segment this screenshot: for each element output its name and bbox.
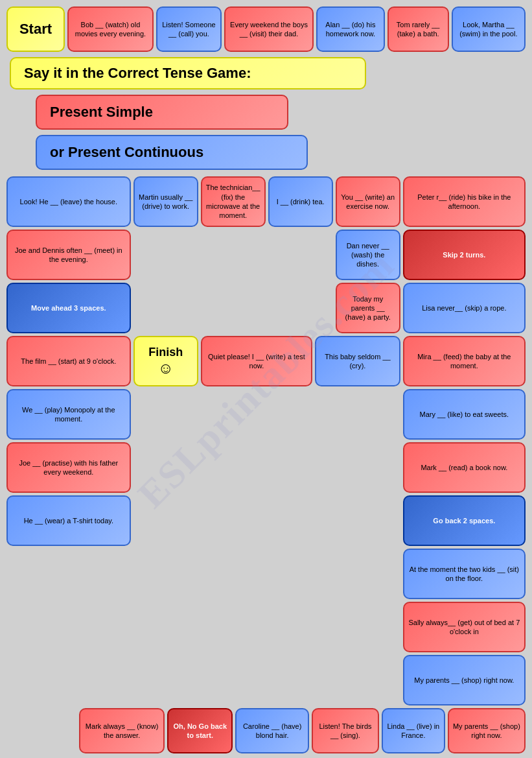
- empty-5: [201, 283, 266, 333]
- right-cell-4: Mary __ (like) to eat sweets.: [403, 389, 526, 440]
- bottom-cell-special: Oh, No Go back to start.: [167, 708, 233, 753]
- right-cell-special-1: Skip 2 turns.: [403, 230, 526, 280]
- empty-6: [268, 283, 333, 333]
- game-board: ESLprintables.com Start Bob __ (watch) o…: [6, 6, 526, 753]
- mid-row-1: Martin usually __ (drive) to work. The t…: [133, 176, 400, 227]
- right-column: Peter r__ (ride) his bike in the afterno…: [403, 176, 526, 705]
- left-cell-0: Look! He __ (leave) the house.: [6, 176, 131, 227]
- mid-cell-2-0: Dan never __ (wash) the dishes.: [336, 230, 400, 280]
- left-cell-6: He __ (wear) a T-shirt today.: [6, 495, 131, 546]
- start-cell: Start: [6, 6, 65, 52]
- mid-cell-1-0: Martin usually __ (drive) to work.: [133, 176, 198, 227]
- bottom-cell-3: Listen! The birds __ (sing).: [312, 708, 379, 753]
- game-title: Say it in the Correct Tense Game:: [10, 57, 366, 89]
- top-cell-4: Tom rarely __ (take) a bath.: [387, 6, 449, 52]
- right-cell-0: Peter r__ (ride) his bike in the afterno…: [403, 176, 526, 227]
- main-board: Look! He __ (leave) the house. Joe and D…: [6, 176, 526, 705]
- bottom-cell-4: Linda __ (live) in France.: [382, 708, 445, 753]
- right-cell-8: Sally always__ (get) out of bed at 7 o'c…: [403, 602, 526, 652]
- bottom-cell-5: My parents __ (shop) right now.: [448, 708, 526, 753]
- top-cell-1: Listen! Someone __ (call) you.: [156, 6, 222, 52]
- empty-1: [133, 230, 198, 280]
- mid-row-3: Today my parents __ (have) a party.: [133, 283, 400, 333]
- mid-cell-1-2: I __ (drink) tea.: [268, 176, 333, 227]
- mid-row-2: Dan never __ (wash) the dishes.: [133, 230, 400, 280]
- right-cell-3: Mira __ (feed) the baby at the moment.: [403, 336, 526, 386]
- empty-4: [133, 283, 198, 333]
- bottom-cell-0: Mark always __ (know) the answer.: [79, 708, 165, 753]
- mid-cell-1-3: You __ (write) an exercise now.: [336, 176, 400, 227]
- middle-area: Martin usually __ (drive) to work. The t…: [133, 176, 400, 705]
- left-cell-4: We __ (play) Monopoly at the moment.: [6, 389, 131, 440]
- tense1-label: Present Simple: [36, 95, 288, 130]
- finish-cell: Finish ☺: [133, 336, 198, 386]
- smiley-icon: ☺: [157, 359, 174, 377]
- tense2-label: or Present Continuous: [36, 135, 308, 170]
- bottom-row: Mark always __ (know) the answer. Oh, No…: [6, 708, 526, 753]
- mid-cell-4-1: This baby seldom __ (cry).: [315, 336, 400, 386]
- left-cell-special: Move ahead 3 spaces.: [6, 283, 131, 333]
- top-cell-0: Bob __ (watch) old movies every evening.: [67, 6, 154, 52]
- left-column: Look! He __ (leave) the house. Joe and D…: [6, 176, 131, 705]
- top-cell-3: Alan __ (do) his homework now.: [316, 6, 385, 52]
- mid-cell-1-1: The technician__ (fix) the microwave at …: [201, 176, 266, 227]
- left-cell-1: Joe and Dennis often __ (meet) in the ev…: [6, 230, 131, 280]
- right-cell-special-2: Go back 2 spaces.: [403, 495, 526, 546]
- mid-cell-4-0: Quiet please! I __ (write) a test now.: [201, 336, 312, 386]
- empty-2: [201, 230, 266, 280]
- top-cell-5: Look, Martha __ (swim) in the pool.: [452, 6, 526, 52]
- right-cell-2: Lisa never__ (skip) a rope.: [403, 283, 526, 333]
- title-area: Say it in the Correct Tense Game: Presen…: [6, 57, 526, 170]
- right-cell-7: At the moment the two kids __ (sit) on t…: [403, 549, 526, 599]
- left-cell-3: The film __ (start) at 9 o'clock.: [6, 336, 131, 386]
- mid-row-4: Finish ☺ Quiet please! I __ (write) a te…: [133, 336, 400, 386]
- top-cell-2: Every weekend the boys __ (visit) their …: [224, 6, 314, 52]
- left-cell-5: Joe __ (practise) with his father every …: [6, 442, 131, 493]
- mid-cell-3-0: Today my parents __ (have) a party.: [336, 283, 400, 333]
- right-cell-5: Mark __ (read) a book now.: [403, 442, 526, 493]
- bottom-cell-2: Caroline __ (have) blond hair.: [235, 708, 309, 753]
- empty-3: [268, 230, 333, 280]
- top-row: Start Bob __ (watch) old movies every ev…: [6, 6, 526, 52]
- right-cell-9: My parents __ (shop) right now.: [403, 655, 526, 705]
